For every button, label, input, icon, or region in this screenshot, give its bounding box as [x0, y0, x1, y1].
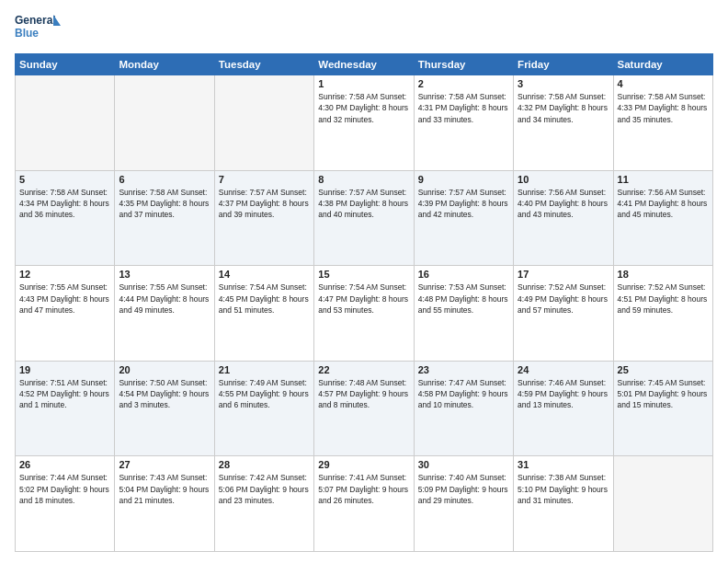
day-number: 16 [418, 269, 509, 280]
day-number: 23 [418, 364, 509, 375]
day-info: Sunrise: 7:57 AM Sunset: 4:39 PM Dayligh… [418, 187, 509, 221]
day-info: Sunrise: 7:48 AM Sunset: 4:57 PM Dayligh… [318, 377, 409, 411]
day-info: Sunrise: 7:56 AM Sunset: 4:40 PM Dayligh… [518, 187, 609, 221]
day-number: 13 [119, 269, 210, 280]
day-info: Sunrise: 7:58 AM Sunset: 4:30 PM Dayligh… [318, 91, 409, 125]
calendar-header-tuesday: Tuesday [214, 54, 313, 75]
calendar-cell: 20Sunrise: 7:50 AM Sunset: 4:54 PM Dayli… [115, 361, 214, 456]
calendar-header-sunday: Sunday [16, 54, 115, 75]
day-info: Sunrise: 7:58 AM Sunset: 4:31 PM Dayligh… [418, 91, 509, 125]
day-number: 22 [318, 364, 409, 375]
calendar-header-saturday: Saturday [613, 54, 712, 75]
calendar-cell: 12Sunrise: 7:55 AM Sunset: 4:43 PM Dayli… [16, 266, 115, 362]
calendar-cell: 22Sunrise: 7:48 AM Sunset: 4:57 PM Dayli… [314, 361, 414, 456]
calendar-table: SundayMondayTuesdayWednesdayThursdayFrid… [15, 53, 713, 552]
calendar-cell: 13Sunrise: 7:55 AM Sunset: 4:44 PM Dayli… [115, 266, 214, 362]
calendar-cell: 24Sunrise: 7:46 AM Sunset: 4:59 PM Dayli… [514, 361, 613, 456]
day-info: Sunrise: 7:53 AM Sunset: 4:48 PM Dayligh… [418, 282, 509, 316]
logo-svg: General Blue [15, 11, 61, 46]
day-info: Sunrise: 7:45 AM Sunset: 5:01 PM Dayligh… [618, 377, 709, 411]
day-info: Sunrise: 7:47 AM Sunset: 4:58 PM Dayligh… [418, 377, 509, 411]
calendar-cell: 5Sunrise: 7:58 AM Sunset: 4:34 PM Daylig… [16, 170, 115, 266]
calendar-cell: 14Sunrise: 7:54 AM Sunset: 4:45 PM Dayli… [214, 266, 313, 362]
day-info: Sunrise: 7:49 AM Sunset: 4:55 PM Dayligh… [219, 377, 310, 411]
day-number: 3 [518, 78, 609, 89]
day-info: Sunrise: 7:58 AM Sunset: 4:32 PM Dayligh… [518, 91, 609, 125]
day-number: 27 [119, 459, 210, 470]
day-number: 4 [618, 78, 709, 89]
day-number: 10 [518, 174, 609, 185]
logo: General Blue [15, 11, 61, 46]
calendar-header-friday: Friday [514, 54, 613, 75]
calendar-cell: 7Sunrise: 7:57 AM Sunset: 4:37 PM Daylig… [214, 170, 313, 266]
day-number: 12 [19, 269, 110, 280]
day-number: 26 [19, 459, 110, 470]
svg-text:General: General [15, 14, 56, 27]
day-info: Sunrise: 7:58 AM Sunset: 4:34 PM Dayligh… [19, 187, 110, 221]
day-info: Sunrise: 7:41 AM Sunset: 5:07 PM Dayligh… [318, 472, 409, 506]
calendar-cell: 28Sunrise: 7:42 AM Sunset: 5:06 PM Dayli… [214, 456, 313, 552]
day-number: 31 [518, 459, 609, 470]
day-number: 18 [618, 269, 709, 280]
calendar-cell: 30Sunrise: 7:40 AM Sunset: 5:09 PM Dayli… [414, 456, 513, 552]
day-info: Sunrise: 7:55 AM Sunset: 4:43 PM Dayligh… [19, 282, 110, 316]
svg-text:Blue: Blue [15, 27, 39, 40]
day-number: 29 [318, 459, 409, 470]
calendar-cell: 31Sunrise: 7:38 AM Sunset: 5:10 PM Dayli… [514, 456, 613, 552]
day-number: 8 [318, 174, 409, 185]
calendar-cell [115, 75, 214, 171]
day-info: Sunrise: 7:55 AM Sunset: 4:44 PM Dayligh… [119, 282, 210, 316]
calendar-header-wednesday: Wednesday [314, 54, 414, 75]
calendar-cell: 8Sunrise: 7:57 AM Sunset: 4:38 PM Daylig… [314, 170, 414, 266]
day-number: 1 [318, 78, 409, 89]
calendar-cell: 19Sunrise: 7:51 AM Sunset: 4:52 PM Dayli… [16, 361, 115, 456]
calendar-cell [16, 75, 115, 171]
calendar-cell: 1Sunrise: 7:58 AM Sunset: 4:30 PM Daylig… [314, 75, 414, 171]
calendar-cell: 21Sunrise: 7:49 AM Sunset: 4:55 PM Dayli… [214, 361, 313, 456]
calendar-cell: 23Sunrise: 7:47 AM Sunset: 4:58 PM Dayli… [414, 361, 513, 456]
day-number: 5 [19, 174, 110, 185]
day-info: Sunrise: 7:52 AM Sunset: 4:49 PM Dayligh… [518, 282, 609, 316]
calendar-cell [613, 456, 712, 552]
day-info: Sunrise: 7:54 AM Sunset: 4:47 PM Dayligh… [318, 282, 409, 316]
day-number: 28 [219, 459, 310, 470]
calendar-cell: 29Sunrise: 7:41 AM Sunset: 5:07 PM Dayli… [314, 456, 414, 552]
day-number: 20 [119, 364, 210, 375]
day-number: 25 [618, 364, 709, 375]
day-number: 6 [119, 174, 210, 185]
day-number: 11 [618, 174, 709, 185]
day-number: 9 [418, 174, 509, 185]
day-info: Sunrise: 7:58 AM Sunset: 4:35 PM Dayligh… [119, 187, 210, 221]
calendar-cell: 27Sunrise: 7:43 AM Sunset: 5:04 PM Dayli… [115, 456, 214, 552]
day-number: 15 [318, 269, 409, 280]
calendar-cell: 26Sunrise: 7:44 AM Sunset: 5:02 PM Dayli… [16, 456, 115, 552]
calendar-cell: 9Sunrise: 7:57 AM Sunset: 4:39 PM Daylig… [414, 170, 513, 266]
calendar-cell: 11Sunrise: 7:56 AM Sunset: 4:41 PM Dayli… [613, 170, 712, 266]
day-info: Sunrise: 7:44 AM Sunset: 5:02 PM Dayligh… [19, 472, 110, 506]
day-number: 17 [518, 269, 609, 280]
calendar-cell: 17Sunrise: 7:52 AM Sunset: 4:49 PM Dayli… [514, 266, 613, 362]
day-info: Sunrise: 7:46 AM Sunset: 4:59 PM Dayligh… [518, 377, 609, 411]
header: General Blue [15, 11, 713, 46]
day-number: 14 [219, 269, 310, 280]
calendar-cell: 2Sunrise: 7:58 AM Sunset: 4:31 PM Daylig… [414, 75, 513, 171]
calendar-header-thursday: Thursday [414, 54, 513, 75]
calendar-cell: 4Sunrise: 7:58 AM Sunset: 4:33 PM Daylig… [613, 75, 712, 171]
day-info: Sunrise: 7:38 AM Sunset: 5:10 PM Dayligh… [518, 472, 609, 506]
day-info: Sunrise: 7:52 AM Sunset: 4:51 PM Dayligh… [618, 282, 709, 316]
calendar-cell: 10Sunrise: 7:56 AM Sunset: 4:40 PM Dayli… [514, 170, 613, 266]
day-info: Sunrise: 7:51 AM Sunset: 4:52 PM Dayligh… [19, 377, 110, 411]
page: General Blue SundayMondayTuesdayWednesda… [0, 0, 728, 563]
calendar-cell: 6Sunrise: 7:58 AM Sunset: 4:35 PM Daylig… [115, 170, 214, 266]
day-number: 2 [418, 78, 509, 89]
day-info: Sunrise: 7:57 AM Sunset: 4:38 PM Dayligh… [318, 187, 409, 221]
day-number: 30 [418, 459, 509, 470]
calendar-header-monday: Monday [115, 54, 214, 75]
day-number: 24 [518, 364, 609, 375]
calendar-cell: 3Sunrise: 7:58 AM Sunset: 4:32 PM Daylig… [514, 75, 613, 171]
day-info: Sunrise: 7:56 AM Sunset: 4:41 PM Dayligh… [618, 187, 709, 221]
day-number: 21 [219, 364, 310, 375]
calendar-cell: 15Sunrise: 7:54 AM Sunset: 4:47 PM Dayli… [314, 266, 414, 362]
calendar-cell [214, 75, 313, 171]
day-info: Sunrise: 7:42 AM Sunset: 5:06 PM Dayligh… [219, 472, 310, 506]
